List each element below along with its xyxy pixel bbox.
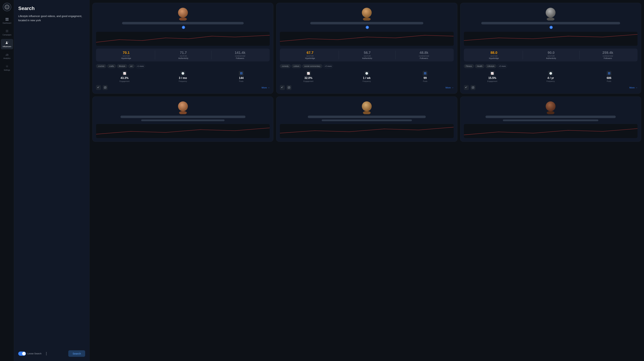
sidebar-item-influencers[interactable]: Influencers xyxy=(1,39,13,49)
influencer-card-3: ✓ 88.0 out of 100 Hypebridge 90.0 out of… xyxy=(460,3,641,94)
cards-grid: ✓ 70.1 out of 100 Hypebridge 71.7 out of… xyxy=(92,3,641,142)
card-1-engagement-label: Engagement xyxy=(120,80,130,82)
svg-point-29 xyxy=(546,101,556,111)
engagement-icon: 📈 xyxy=(122,71,127,76)
card-3-footer: More → xyxy=(464,85,638,90)
search-settings-button[interactable] xyxy=(44,351,49,357)
svg-point-26 xyxy=(179,111,187,114)
card-1-social-icons xyxy=(96,85,108,90)
svg-rect-1 xyxy=(7,18,8,19)
card-3-followers-label: Followers xyxy=(604,57,612,59)
card-1-scores: 70.1 out of 100 Hypebridge 71.7 out of 1… xyxy=(96,48,270,61)
svg-point-21 xyxy=(547,17,554,20)
sidebar-item-settings[interactable]: Settings xyxy=(1,62,13,73)
card-3-stats: 📈 15.5% Engagement 🕐 4 / yr Frequency 🖼 … xyxy=(464,71,638,82)
card-6-sub-bar xyxy=(503,119,598,121)
card-2-posts-value: 99 xyxy=(424,76,427,80)
sidebar-item-campaigns-label: Campaigns xyxy=(2,34,12,36)
card-3-engagement-stat: 📈 15.5% Engagement xyxy=(464,71,521,82)
svg-point-4 xyxy=(6,41,7,43)
logo[interactable] xyxy=(3,3,11,11)
tag-more-3[interactable]: +2 more xyxy=(498,64,507,68)
tag-art: art xyxy=(128,64,134,68)
tiktok-icon-3[interactable] xyxy=(464,85,469,90)
settings-icon xyxy=(5,64,9,68)
panel-footer: Loose Search Search xyxy=(18,350,85,357)
card-1-engagement-stat: 📈 43.3% Engagement xyxy=(96,71,153,82)
search-button[interactable]: Search xyxy=(68,350,85,357)
card-2-auth-sub: out of 100 xyxy=(364,55,371,57)
influencer-card-5-partial xyxy=(276,96,457,142)
card-5-header xyxy=(280,100,454,121)
tag-culture: culture xyxy=(292,64,301,68)
influencer-card-1: ✓ 70.1 out of 100 Hypebridge 71.7 out of… xyxy=(92,3,273,94)
sidebar-item-analytics-label: Analytics xyxy=(3,57,10,59)
card-3-auth-label: Authenticity xyxy=(546,57,556,59)
card-3-posts-value: 686 xyxy=(606,76,611,80)
svg-point-15 xyxy=(362,8,372,17)
panel-title: Search xyxy=(18,5,85,11)
card-2-auth-value: 56.7 xyxy=(364,51,371,55)
tiktok-icon-2[interactable] xyxy=(280,85,285,90)
tag-more-2[interactable]: +2 more xyxy=(324,64,333,68)
card-1-posts-stat: 🖼 144 Posts xyxy=(213,71,270,82)
card-2-more-link[interactable]: More → xyxy=(446,86,454,89)
sidebar-item-settings-label: Settings xyxy=(4,69,10,71)
card-2-posts-stat: 🖼 99 Posts xyxy=(396,71,454,82)
sidebar-item-dashboard[interactable]: Dashboard xyxy=(1,15,13,26)
sidebar-item-campaigns[interactable]: Campaigns xyxy=(1,27,13,37)
card-2-frequency-label: Frequency xyxy=(362,80,371,82)
card-1-hype-label: Hypebridge xyxy=(121,57,131,59)
card-1-hypebridge: 70.1 out of 100 Hypebridge xyxy=(98,51,154,59)
toggle-container: Loose Search xyxy=(18,352,42,356)
svg-point-13 xyxy=(105,87,106,88)
loose-search-toggle[interactable] xyxy=(18,352,26,356)
card-1-more-link[interactable]: More → xyxy=(262,86,270,89)
instagram-icon-3[interactable] xyxy=(470,85,476,90)
analytics-icon xyxy=(5,52,9,57)
tag-crafts: crafts xyxy=(107,64,116,68)
avatar-1 xyxy=(176,6,190,20)
card-3-engagement-label: Engagement xyxy=(488,80,498,82)
svg-rect-8 xyxy=(8,54,8,56)
card-4-sub-bar xyxy=(141,119,224,121)
card-2-followers-label: Followers xyxy=(420,57,428,59)
svg-rect-22 xyxy=(472,86,474,89)
card-2-posts-label: Posts xyxy=(423,80,427,82)
card-3-hype-label: Hypebridge xyxy=(489,57,499,59)
card-3-posts-label: Posts xyxy=(607,80,611,82)
svg-point-25 xyxy=(178,101,188,111)
card-2-frequency-value: 1 / wk xyxy=(363,76,371,80)
instagram-icon-1[interactable] xyxy=(103,85,108,90)
card-2-hype-sub: out of 100 xyxy=(306,55,314,57)
sidebar-item-analytics[interactable]: Analytics xyxy=(1,51,13,61)
card-1-posts-value: 144 xyxy=(239,76,244,80)
card-3-auth-sub: out of 100 xyxy=(548,55,555,57)
card-3-frequency-label: Frequency xyxy=(546,80,555,82)
frequency-icon: 🕐 xyxy=(180,71,186,76)
posts-icon: 🖼 xyxy=(239,71,244,76)
tiktok-icon-1[interactable] xyxy=(96,85,101,90)
frequency-icon-2: 🕐 xyxy=(364,71,369,76)
svg-point-10 xyxy=(178,8,188,17)
tag-health: Health xyxy=(475,64,484,68)
card-3-scores: 88.0 out of 100 Hypebridge 90.0 out of 1… xyxy=(464,48,638,61)
card-1-authenticity: 71.7 out of 100 Authenticity xyxy=(155,51,211,59)
svg-point-16 xyxy=(363,17,371,20)
card-6-header xyxy=(464,100,638,121)
search-panel: Search Lifestyle influencer good videos,… xyxy=(14,0,90,361)
tag-lifestyle-3: Lifestyle xyxy=(486,64,496,68)
sidebar: Dashboard Campaigns Influencers xyxy=(0,0,14,361)
card-1-followers-value: 141.4k xyxy=(235,51,246,55)
card-3-more-link[interactable]: More → xyxy=(630,86,638,89)
engagement-icon-2: 📈 xyxy=(306,71,311,76)
instagram-icon-2[interactable] xyxy=(286,85,292,90)
svg-rect-12 xyxy=(104,86,106,89)
main-content: ✓ 70.1 out of 100 Hypebridge 71.7 out of… xyxy=(90,0,644,361)
card-5-sub-bar xyxy=(322,119,412,121)
card-3-verified-badge: ✓ xyxy=(550,26,553,29)
card-1-verified-badge: ✓ xyxy=(182,26,185,29)
tag-more-1[interactable]: +1 more xyxy=(136,64,145,68)
card-3-hypebridge: 88.0 out of 100 Hypebridge xyxy=(466,51,522,59)
card-5-name-bar xyxy=(308,116,426,118)
